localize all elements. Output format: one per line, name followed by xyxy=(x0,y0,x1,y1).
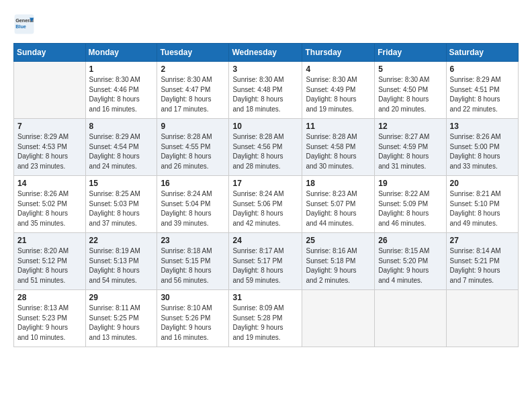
day-info: Sunrise: 8:13 AMSunset: 5:23 PMDaylight:… xyxy=(17,304,82,342)
header: General Blue xyxy=(13,13,519,35)
day-number: 20 xyxy=(450,179,515,188)
header-cell-tuesday: Tuesday xyxy=(157,44,229,62)
day-info: Sunrise: 8:30 AMSunset: 4:46 PMDaylight:… xyxy=(89,75,154,114)
day-info: Sunrise: 8:30 AMSunset: 4:49 PMDaylight:… xyxy=(306,75,371,114)
day-info: Sunrise: 8:20 AMSunset: 5:12 PMDaylight:… xyxy=(17,246,82,285)
day-number: 9 xyxy=(161,122,225,131)
day-number: 13 xyxy=(450,122,515,131)
day-info: Sunrise: 8:14 AMSunset: 5:21 PMDaylight:… xyxy=(450,246,515,285)
day-number: 6 xyxy=(450,64,515,74)
day-number: 8 xyxy=(89,122,154,131)
day-cell: 15Sunrise: 8:25 AMSunset: 5:03 PMDayligh… xyxy=(85,176,157,233)
day-number: 31 xyxy=(232,293,298,302)
day-cell: 5Sunrise: 8:30 AMSunset: 4:50 PMDaylight… xyxy=(375,62,446,119)
day-info: Sunrise: 8:29 AMSunset: 4:51 PMDaylight:… xyxy=(450,75,515,114)
day-cell: 21Sunrise: 8:20 AMSunset: 5:12 PMDayligh… xyxy=(14,233,86,290)
day-number: 4 xyxy=(306,64,371,74)
day-info: Sunrise: 8:10 AMSunset: 5:26 PMDaylight:… xyxy=(161,304,225,342)
day-cell: 9Sunrise: 8:28 AMSunset: 4:55 PMDaylight… xyxy=(157,119,229,176)
day-number: 17 xyxy=(232,179,298,188)
day-number: 14 xyxy=(17,179,82,188)
day-number: 16 xyxy=(161,179,225,188)
day-cell: 3Sunrise: 8:30 AMSunset: 4:48 PMDaylight… xyxy=(229,62,302,119)
day-number: 18 xyxy=(306,179,371,188)
day-number: 5 xyxy=(378,64,442,74)
day-number: 12 xyxy=(378,122,442,131)
day-info: Sunrise: 8:25 AMSunset: 5:03 PMDaylight:… xyxy=(89,189,154,228)
day-info: Sunrise: 8:28 AMSunset: 4:56 PMDaylight:… xyxy=(232,132,298,171)
day-info: Sunrise: 8:26 AMSunset: 5:02 PMDaylight:… xyxy=(17,189,82,228)
day-info: Sunrise: 8:24 AMSunset: 5:04 PMDaylight:… xyxy=(161,189,225,228)
header-cell-thursday: Thursday xyxy=(302,44,375,62)
day-number: 27 xyxy=(450,236,515,245)
day-number: 3 xyxy=(232,64,298,74)
day-cell: 22Sunrise: 8:19 AMSunset: 5:13 PMDayligh… xyxy=(85,233,157,290)
day-info: Sunrise: 8:21 AMSunset: 5:10 PMDaylight:… xyxy=(450,189,515,228)
day-info: Sunrise: 8:09 AMSunset: 5:28 PMDaylight:… xyxy=(232,304,298,342)
day-info: Sunrise: 8:17 AMSunset: 5:17 PMDaylight:… xyxy=(232,246,298,285)
calendar-page: General Blue SundayMondayTuesdayWednesda… xyxy=(0,0,532,411)
day-cell: 29Sunrise: 8:11 AMSunset: 5:25 PMDayligh… xyxy=(85,290,157,347)
day-number: 1 xyxy=(89,64,154,74)
day-info: Sunrise: 8:28 AMSunset: 4:55 PMDaylight:… xyxy=(161,132,225,171)
day-cell: 20Sunrise: 8:21 AMSunset: 5:10 PMDayligh… xyxy=(446,176,518,233)
day-cell xyxy=(446,290,518,347)
day-cell: 31Sunrise: 8:09 AMSunset: 5:28 PMDayligh… xyxy=(229,290,302,347)
day-cell: 14Sunrise: 8:26 AMSunset: 5:02 PMDayligh… xyxy=(14,176,86,233)
header-cell-sunday: Sunday xyxy=(14,44,86,62)
day-cell xyxy=(302,290,375,347)
day-cell: 8Sunrise: 8:29 AMSunset: 4:54 PMDaylight… xyxy=(85,119,157,176)
day-info: Sunrise: 8:29 AMSunset: 4:53 PMDaylight:… xyxy=(17,132,82,171)
header-cell-saturday: Saturday xyxy=(446,44,518,62)
day-number: 10 xyxy=(232,122,298,131)
day-info: Sunrise: 8:22 AMSunset: 5:09 PMDaylight:… xyxy=(378,189,442,228)
calendar-body: 1Sunrise: 8:30 AMSunset: 4:46 PMDaylight… xyxy=(14,62,519,347)
day-cell xyxy=(375,290,446,347)
day-cell: 26Sunrise: 8:15 AMSunset: 5:20 PMDayligh… xyxy=(375,233,446,290)
day-info: Sunrise: 8:23 AMSunset: 5:07 PMDaylight:… xyxy=(306,189,371,228)
day-info: Sunrise: 8:11 AMSunset: 5:25 PMDaylight:… xyxy=(89,304,154,342)
day-cell: 17Sunrise: 8:24 AMSunset: 5:06 PMDayligh… xyxy=(229,176,302,233)
day-cell: 12Sunrise: 8:27 AMSunset: 4:59 PMDayligh… xyxy=(375,119,446,176)
day-info: Sunrise: 8:16 AMSunset: 5:18 PMDaylight:… xyxy=(306,246,371,285)
day-number: 25 xyxy=(306,236,371,245)
calendar-header: SundayMondayTuesdayWednesdayThursdayFrid… xyxy=(14,44,519,62)
day-cell: 13Sunrise: 8:26 AMSunset: 5:00 PMDayligh… xyxy=(446,119,518,176)
day-number: 22 xyxy=(89,236,154,245)
logo-icon: General Blue xyxy=(13,13,35,35)
day-cell: 28Sunrise: 8:13 AMSunset: 5:23 PMDayligh… xyxy=(14,290,86,347)
day-number: 23 xyxy=(161,236,225,245)
day-cell: 30Sunrise: 8:10 AMSunset: 5:26 PMDayligh… xyxy=(157,290,229,347)
day-cell: 27Sunrise: 8:14 AMSunset: 5:21 PMDayligh… xyxy=(446,233,518,290)
day-number: 29 xyxy=(89,293,154,302)
week-row-4: 21Sunrise: 8:20 AMSunset: 5:12 PMDayligh… xyxy=(14,233,519,290)
day-cell: 18Sunrise: 8:23 AMSunset: 5:07 PMDayligh… xyxy=(302,176,375,233)
day-number: 19 xyxy=(378,179,442,188)
logo: General Blue xyxy=(13,13,38,35)
day-cell: 4Sunrise: 8:30 AMSunset: 4:49 PMDaylight… xyxy=(302,62,375,119)
week-row-5: 28Sunrise: 8:13 AMSunset: 5:23 PMDayligh… xyxy=(14,290,519,347)
week-row-2: 7Sunrise: 8:29 AMSunset: 4:53 PMDaylight… xyxy=(14,119,519,176)
header-cell-monday: Monday xyxy=(85,44,157,62)
day-info: Sunrise: 8:19 AMSunset: 5:13 PMDaylight:… xyxy=(89,246,154,285)
day-cell xyxy=(14,62,86,119)
svg-text:Blue: Blue xyxy=(15,24,26,30)
day-cell: 24Sunrise: 8:17 AMSunset: 5:17 PMDayligh… xyxy=(229,233,302,290)
day-number: 2 xyxy=(161,64,225,74)
day-cell: 11Sunrise: 8:28 AMSunset: 4:58 PMDayligh… xyxy=(302,119,375,176)
day-number: 7 xyxy=(17,122,82,131)
day-cell: 25Sunrise: 8:16 AMSunset: 5:18 PMDayligh… xyxy=(302,233,375,290)
header-row: SundayMondayTuesdayWednesdayThursdayFrid… xyxy=(14,44,519,62)
day-cell: 7Sunrise: 8:29 AMSunset: 4:53 PMDaylight… xyxy=(14,119,86,176)
day-info: Sunrise: 8:18 AMSunset: 5:15 PMDaylight:… xyxy=(161,246,225,285)
header-cell-wednesday: Wednesday xyxy=(229,44,302,62)
day-info: Sunrise: 8:30 AMSunset: 4:47 PMDaylight:… xyxy=(161,75,225,114)
day-number: 24 xyxy=(232,236,298,245)
day-info: Sunrise: 8:24 AMSunset: 5:06 PMDaylight:… xyxy=(232,189,298,228)
day-info: Sunrise: 8:30 AMSunset: 4:48 PMDaylight:… xyxy=(232,75,298,114)
day-info: Sunrise: 8:28 AMSunset: 4:58 PMDaylight:… xyxy=(306,132,371,171)
day-cell: 2Sunrise: 8:30 AMSunset: 4:47 PMDaylight… xyxy=(157,62,229,119)
header-cell-friday: Friday xyxy=(375,44,446,62)
day-info: Sunrise: 8:30 AMSunset: 4:50 PMDaylight:… xyxy=(378,75,442,114)
day-cell: 6Sunrise: 8:29 AMSunset: 4:51 PMDaylight… xyxy=(446,62,518,119)
